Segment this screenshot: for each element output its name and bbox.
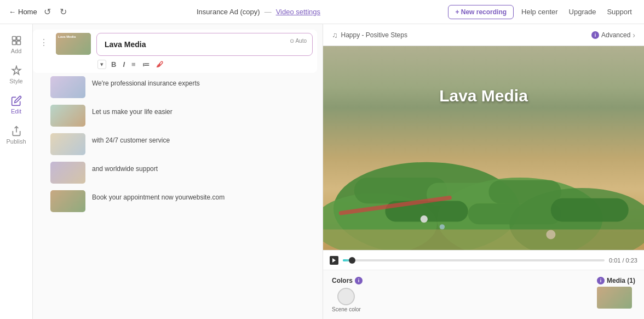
video-preview: Lava Media (323, 46, 644, 250)
sidebar-item-publish[interactable]: Publish (0, 121, 32, 149)
sidebar-add-label: Add (11, 48, 22, 54)
new-recording-button[interactable]: + New recording (448, 5, 514, 19)
slide-thumbnail-2 (50, 76, 85, 98)
top-bar: ← Home ↺ ↻ Insurance Ad (copy) — Video s… (0, 0, 644, 24)
play-button[interactable] (330, 256, 338, 265)
timeline-cursor (349, 257, 355, 264)
sidebar-publish-label: Publish (6, 138, 26, 145)
svg-rect-14 (551, 198, 629, 221)
slide-5-text: and worldwide support (91, 162, 313, 176)
media-section: i Media (1) (597, 277, 635, 309)
colors-header: Colors i (332, 277, 363, 284)
sidebar-item-style[interactable]: Style (0, 61, 32, 89)
music-bar: ♫ Happy - Positive Steps i Advanced › (323, 24, 644, 46)
svg-rect-2 (12, 41, 16, 45)
scene-color-label: Scene color (332, 306, 361, 312)
scene-color-swatch[interactable] (337, 288, 355, 305)
slide-row-6[interactable]: Book your appointment now yourwebsite.co… (33, 187, 317, 215)
sidebar-item-add[interactable]: Add (0, 31, 32, 59)
slide-thumbnail-1: Lava Media (56, 33, 91, 55)
slide-title-box[interactable]: ⊙ Auto Lava Media (96, 33, 313, 56)
info-icon: i (591, 31, 599, 39)
svg-rect-11 (488, 180, 561, 203)
sidebar-item-edit[interactable]: Edit (0, 91, 32, 119)
music-info: ♫ Happy - Positive Steps (332, 31, 407, 39)
slide-row-3[interactable]: Let us make your life easier (33, 101, 317, 130)
scene-color-item: Scene color (332, 288, 361, 312)
ordered-list-button[interactable]: ≔ (141, 59, 151, 70)
video-settings-link[interactable]: Video settings (276, 8, 320, 16)
slide-2-content: We're professional insurance experts (91, 76, 313, 90)
topbar-right: + New recording Help center Upgrade Supp… (448, 5, 635, 19)
svg-rect-19 (323, 229, 644, 250)
colors-section: Colors i Scene color (332, 277, 363, 312)
slide-1-content: ⊙ Auto Lava Media ▾ B I ≡ ≔ 🖌 (96, 33, 313, 70)
home-label: Home (18, 8, 37, 16)
video-content: Lava Media (323, 46, 644, 250)
project-title: Insurance Ad (copy) (197, 8, 260, 16)
slide-3-text: Let us make your life easier (91, 105, 313, 119)
svg-rect-13 (468, 203, 561, 224)
slide-title-text[interactable]: Lava Media (105, 40, 304, 49)
slide-thumbnail-3 (50, 105, 85, 127)
svg-rect-3 (16, 41, 20, 45)
redo-button[interactable]: ↻ (58, 5, 69, 18)
font-size-dropdown[interactable]: ▾ (97, 60, 106, 69)
timeline-progress (343, 259, 353, 261)
svg-rect-0 (12, 37, 16, 41)
slide-row-1[interactable]: ⋮ Lava Media ⊙ Auto Lava Media ▾ B I (33, 30, 317, 73)
slide-5-content: and worldwide support (91, 162, 313, 176)
slide-row-5[interactable]: and worldwide support (33, 158, 317, 187)
media-thumbnail[interactable] (597, 287, 632, 309)
svg-point-16 (440, 224, 445, 229)
slide-row-4[interactable]: with 24/7 customer service (33, 130, 317, 158)
undo-button[interactable]: ↺ (42, 5, 53, 18)
slide-toolbar: ▾ B I ≡ ≔ 🖌 (96, 59, 313, 70)
slide-row-2[interactable]: We're professional insurance experts (33, 73, 317, 101)
slide-thumbnail-6 (50, 190, 85, 212)
svg-point-15 (421, 215, 428, 223)
main-area: Add Style Edit Publish ⋮ Lava Media (0, 24, 644, 319)
home-button[interactable]: ← Home (9, 8, 37, 16)
slide-thumbnail-5 (50, 162, 85, 184)
color-swatch-row: Scene color (332, 288, 363, 312)
auto-label: Auto (295, 38, 307, 44)
italic-button[interactable]: I (121, 59, 127, 70)
media-info-icon[interactable]: i (597, 277, 605, 284)
timeline-track[interactable] (343, 259, 605, 261)
support-button[interactable]: Support (603, 5, 635, 18)
sidebar-edit-label: Edit (11, 108, 21, 115)
slide-dots-menu[interactable]: ⋮ (37, 35, 50, 50)
color-button[interactable]: 🖌 (154, 59, 165, 70)
media-header: i Media (1) (597, 277, 635, 284)
list-button[interactable]: ≡ (130, 59, 137, 70)
slide-thumbnail-4 (50, 133, 85, 155)
svg-rect-1 (16, 37, 20, 41)
arrow-right-icon: › (633, 31, 635, 39)
colors-label: Colors (332, 277, 353, 284)
total-time: 0:23 (626, 257, 637, 264)
svg-marker-20 (332, 258, 336, 263)
title-separator: — (264, 8, 272, 16)
slide-6-content: Book your appointment now yourwebsite.co… (91, 190, 313, 204)
timeline: 0:01 / 0:23 (323, 250, 644, 270)
upgrade-button[interactable]: Upgrade (566, 5, 600, 18)
preview-panel: ♫ Happy - Positive Steps i Advanced › (323, 24, 644, 319)
help-center-button[interactable]: Help center (518, 5, 561, 18)
slides-panel: ⋮ Lava Media ⊙ Auto Lava Media ▾ B I (33, 24, 323, 319)
slide-4-content: with 24/7 customer service (91, 133, 313, 147)
home-arrow-icon: ← (9, 8, 16, 16)
colors-info-icon[interactable]: i (355, 277, 363, 284)
slide-2-text: We're professional insurance experts (91, 76, 313, 90)
bottom-section: Colors i Scene color i Media (1) (323, 270, 644, 319)
circle-icon: ⊙ (290, 38, 294, 44)
slide-3-content: Let us make your life easier (91, 105, 313, 119)
sidebar: Add Style Edit Publish (0, 24, 33, 319)
topbar-left: ← Home ↺ ↻ (9, 5, 69, 18)
slide-6-text: Book your appointment now yourwebsite.co… (91, 190, 313, 204)
slide-4-text: with 24/7 customer service (91, 133, 313, 147)
bold-button[interactable]: B (110, 59, 118, 70)
advanced-label: Advanced (601, 31, 630, 39)
advanced-button[interactable]: i Advanced › (591, 31, 635, 39)
music-note-icon: ♫ (332, 31, 338, 39)
